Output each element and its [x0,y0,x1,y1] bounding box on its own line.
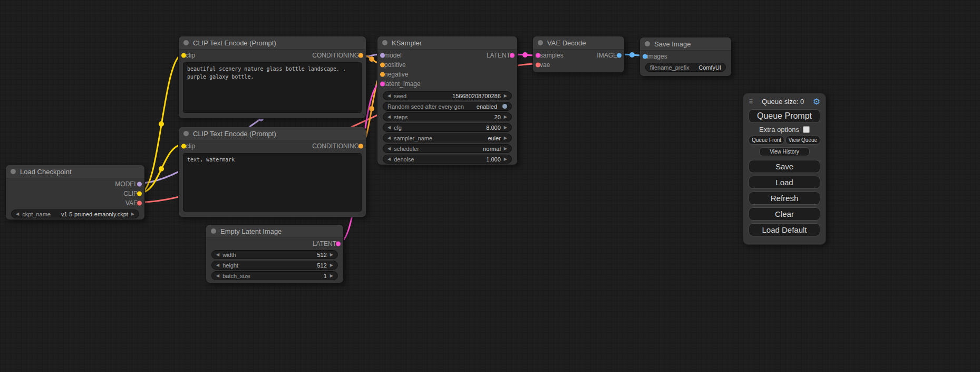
collapse-dot[interactable] [211,228,216,234]
node-title-bar[interactable]: VAE Decode [533,36,624,50]
node-title-bar[interactable]: KSampler [377,36,517,50]
decrement-arrow-icon[interactable]: ◀ [387,126,391,130]
node-title-label: Empty Latent Image [220,227,282,235]
decrement-arrow-icon[interactable]: ◀ [387,115,391,119]
widget-denoise[interactable]: ◀ denoise 1.000 ▶ [383,155,512,164]
positive-prompt-textarea[interactable]: beautiful scenery nature glass bottle la… [183,62,362,113]
decrement-arrow-icon[interactable]: ◀ [216,263,219,268]
slot-row: samples IMAGE [533,51,624,60]
node-title-bar[interactable]: Load Checkpoint [6,165,144,178]
load-default-button[interactable]: Load Default [749,223,820,236]
refresh-button[interactable]: Refresh [749,192,820,205]
extra-options-label: Extra options [759,126,799,133]
collapse-dot[interactable] [11,169,16,174]
toggle-dot[interactable] [502,104,507,109]
widget-value: 1.000 [486,156,501,163]
decrement-arrow-icon[interactable]: ◀ [387,147,391,151]
conditioning-output-dot[interactable] [358,53,363,58]
node-vae-decode[interactable]: VAE Decode samples IMAGE vae [532,36,625,73]
vae-output-dot[interactable] [137,201,142,206]
widget-width[interactable]: ◀ width 512 ▶ [211,250,338,259]
widget-value: 512 [317,252,326,258]
clip-input-dot[interactable] [181,53,186,58]
increment-arrow-icon[interactable]: ▶ [330,263,333,268]
decrement-arrow-icon[interactable]: ◀ [387,94,391,98]
node-title-bar[interactable]: Empty Latent Image [206,225,343,238]
positive-input-dot[interactable] [380,63,385,68]
decrement-arrow-icon[interactable]: ◀ [16,212,19,216]
clip-output-dot[interactable] [137,192,142,196]
node-graph-canvas[interactable]: Load Checkpoint MODEL CLIP VAE ◀ ckpt_na… [0,0,980,372]
increment-arrow-icon[interactable]: ▶ [330,253,333,257]
widget-scheduler[interactable]: ◀ scheduler normal ▶ [383,144,512,153]
load-button[interactable]: Load [749,176,820,189]
increment-arrow-icon[interactable]: ▶ [131,212,134,216]
widget-filename-prefix[interactable]: filename_prefix ComfyUI [645,63,726,72]
widget-label: filename_prefix [650,64,690,71]
wire-midpoint-dot [629,52,635,58]
node-load-checkpoint[interactable]: Load Checkpoint MODEL CLIP VAE ◀ ckpt_na… [5,165,145,220]
slot-label: model [384,52,402,59]
view-history-button[interactable]: View History [759,147,809,156]
decrement-arrow-icon[interactable]: ◀ [387,157,391,161]
save-button[interactable]: Save [749,160,820,173]
widget-sampler-name[interactable]: ◀ sampler_name euler ▶ [383,133,512,142]
widget-batch-size[interactable]: ◀ batch_size 1 ▶ [211,271,338,280]
node-clip-text-encode-positive[interactable]: CLIP Text Encode (Prompt) clip CONDITION… [178,36,366,119]
widget-value: 156680208700286 [452,93,501,99]
collapse-dot[interactable] [645,41,650,46]
clip-input-dot[interactable] [181,144,186,149]
node-title-bar[interactable]: Save Image [640,37,731,51]
node-empty-latent-image[interactable]: Empty Latent Image LATENT ◀ width 512 ▶ … [206,224,344,283]
decrement-arrow-icon[interactable]: ◀ [216,274,219,278]
output-slot-vae: VAE [6,198,144,208]
decrement-arrow-icon[interactable]: ◀ [387,136,391,140]
images-input-dot[interactable] [643,54,647,59]
drag-handle-icon[interactable]: ⠿ [749,98,753,106]
widget-cfg[interactable]: ◀ cfg 8.000 ▶ [383,123,512,132]
collapse-dot[interactable] [183,40,189,45]
negative-input-dot[interactable] [380,72,385,77]
widget-label: height [222,262,238,269]
node-save-image[interactable]: Save Image images filename_prefix ComfyU… [639,37,732,77]
collapse-dot[interactable] [183,131,189,136]
extra-options-checkbox[interactable] [803,126,810,133]
collapse-dot[interactable] [538,40,543,45]
conditioning-output-dot[interactable] [358,144,363,149]
vae-input-dot[interactable] [536,63,540,68]
increment-arrow-icon[interactable]: ▶ [504,94,507,98]
queue-front-button[interactable]: Queue Front [749,136,784,145]
collapse-dot[interactable] [382,40,387,45]
queue-prompt-button[interactable]: Queue Prompt [749,109,820,123]
widget-seed[interactable]: ◀ seed 156680208700286 ▶ [383,91,512,100]
decrement-arrow-icon[interactable]: ◀ [216,253,219,257]
increment-arrow-icon[interactable]: ▶ [504,115,507,119]
widget-height[interactable]: ◀ height 512 ▶ [211,261,338,270]
widget-value: enabled [477,103,497,110]
samples-input-dot[interactable] [536,53,540,58]
increment-arrow-icon[interactable]: ▶ [504,147,507,151]
model-output-dot[interactable] [137,182,142,187]
latent-image-input-dot[interactable] [380,82,385,87]
increment-arrow-icon[interactable]: ▶ [330,274,333,278]
clear-button[interactable]: Clear [749,207,820,221]
node-title-bar[interactable]: CLIP Text Encode (Prompt) [179,127,366,140]
image-output-dot[interactable] [617,53,622,58]
node-clip-text-encode-negative[interactable]: CLIP Text Encode (Prompt) clip CONDITION… [178,127,366,217]
latent-output-dot[interactable] [336,242,341,246]
increment-arrow-icon[interactable]: ▶ [504,157,507,161]
negative-prompt-textarea[interactable]: text, watermark [183,153,362,212]
node-ksampler[interactable]: KSampler model LATENT positive negative … [377,36,518,165]
increment-arrow-icon[interactable]: ▶ [504,136,507,140]
widget-random-seed-toggle[interactable]: Random seed after every gen enabled [383,102,512,111]
view-queue-button[interactable]: View Queue [785,136,820,145]
node-title-label: CLIP Text Encode (Prompt) [193,130,276,138]
increment-arrow-icon[interactable]: ▶ [504,126,507,130]
node-title-bar[interactable]: CLIP Text Encode (Prompt) [179,36,366,50]
widget-steps[interactable]: ◀ steps 20 ▶ [383,112,512,121]
node-title-label: Save Image [654,40,691,48]
model-input-dot[interactable] [380,53,385,58]
gear-icon[interactable]: ⚙ [813,97,820,107]
widget-ckpt-name[interactable]: ◀ ckpt_name v1-5-pruned-emaonly.ckpt ▶ [11,209,139,218]
latent-output-dot[interactable] [510,53,515,58]
